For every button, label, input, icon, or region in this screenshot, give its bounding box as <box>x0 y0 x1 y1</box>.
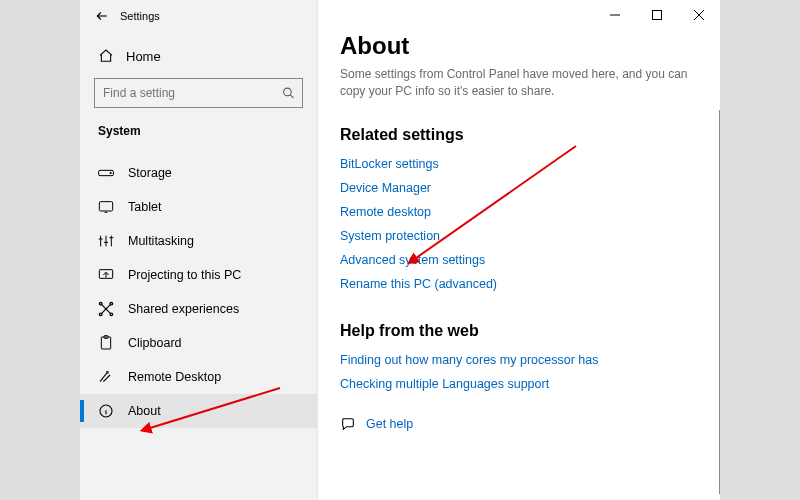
link-device-manager[interactable]: Device Manager <box>340 176 698 200</box>
related-heading: Related settings <box>340 126 698 144</box>
multitasking-icon <box>98 233 114 249</box>
window-title: Settings <box>120 10 160 22</box>
tablet-icon <box>98 199 114 215</box>
nav-label: Storage <box>128 166 172 180</box>
nav-item-clipboard[interactable]: Clipboard <box>80 326 317 360</box>
link-remote-desktop[interactable]: Remote desktop <box>340 200 698 224</box>
link-bitlocker[interactable]: BitLocker settings <box>340 152 698 176</box>
titlebar: Settings <box>80 0 317 32</box>
nav-item-about[interactable]: About <box>80 394 317 428</box>
link-advanced-system[interactable]: Advanced system settings <box>340 248 698 272</box>
get-help-row[interactable]: Get help <box>340 416 698 432</box>
nav-label: Projecting to this PC <box>128 268 241 282</box>
page-title: About <box>340 32 698 60</box>
svg-point-4 <box>110 172 111 173</box>
nav-group-label: System <box>80 118 317 144</box>
sidebar: Settings Home System Storage Tablet <box>80 0 318 500</box>
nav-item-projecting[interactable]: Projecting to this PC <box>80 258 317 292</box>
page-description: Some settings from Control Panel have mo… <box>340 66 698 100</box>
svg-point-1 <box>284 88 292 96</box>
link-rename-pc[interactable]: Rename this PC (advanced) <box>340 272 698 296</box>
settings-window: Settings Home System Storage Tablet <box>80 0 720 500</box>
remote-icon <box>98 369 114 385</box>
svg-rect-5 <box>99 202 112 211</box>
clipboard-icon <box>98 335 114 351</box>
home-icon <box>98 48 114 64</box>
nav-label: Tablet <box>128 200 161 214</box>
search-box[interactable] <box>94 78 303 108</box>
help-heading: Help from the web <box>340 322 698 340</box>
home-item[interactable]: Home <box>80 38 317 74</box>
nav-item-tablet[interactable]: Tablet <box>80 190 317 224</box>
link-help-cores[interactable]: Finding out how many cores my processor … <box>340 348 698 372</box>
scrollbar[interactable] <box>719 110 720 494</box>
back-button[interactable] <box>88 2 116 30</box>
main-pane: About Some settings from Control Panel h… <box>318 0 720 500</box>
nav-label: Clipboard <box>128 336 182 350</box>
nav-label: Shared experiences <box>128 302 239 316</box>
search-icon <box>282 87 295 100</box>
content: About Some settings from Control Panel h… <box>318 0 720 500</box>
svg-line-2 <box>290 95 293 98</box>
nav-label: Remote Desktop <box>128 370 221 384</box>
svg-line-23 <box>100 372 107 381</box>
home-label: Home <box>126 49 161 64</box>
nav-item-multitasking[interactable]: Multitasking <box>80 224 317 258</box>
projecting-icon <box>98 267 114 283</box>
search-input[interactable] <box>94 78 303 108</box>
nav-item-remote[interactable]: Remote Desktop <box>80 360 317 394</box>
help-links: Finding out how many cores my processor … <box>340 348 698 396</box>
storage-icon <box>98 165 114 181</box>
nav-label: Multitasking <box>128 234 194 248</box>
nav-item-storage[interactable]: Storage <box>80 156 317 190</box>
nav-label: About <box>128 404 161 418</box>
nav-item-shared[interactable]: Shared experiences <box>80 292 317 326</box>
link-system-protection[interactable]: System protection <box>340 224 698 248</box>
link-help-languages[interactable]: Checking multiple Languages support <box>340 372 698 396</box>
chat-icon <box>340 416 356 432</box>
related-links: BitLocker settings Device Manager Remote… <box>340 152 698 296</box>
shared-icon <box>98 301 114 317</box>
about-icon <box>98 403 114 419</box>
nav-list: Storage Tablet Multitasking Projecting t… <box>80 156 317 428</box>
get-help-label: Get help <box>366 417 413 431</box>
